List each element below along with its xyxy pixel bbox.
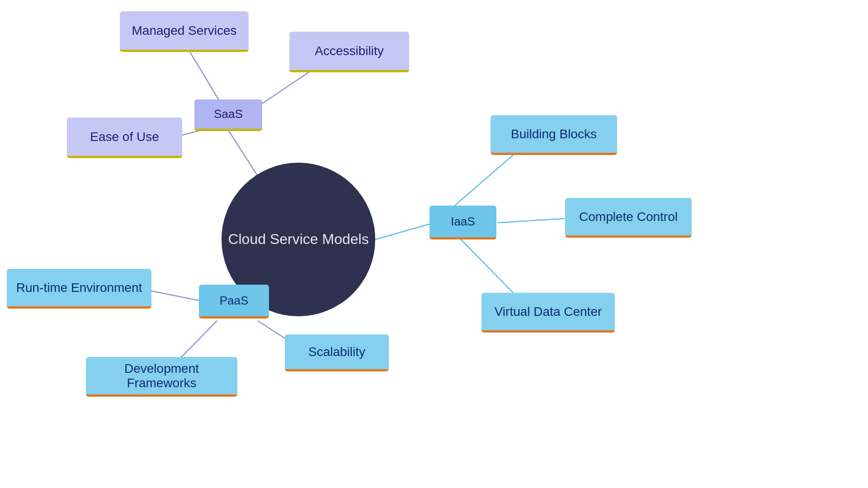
svg-line-5 <box>149 291 206 302</box>
managed-services-node: Managed Services <box>120 11 249 52</box>
connection-lines <box>0 0 868 488</box>
iaas-node: IaaS <box>429 206 496 239</box>
saas-node: SaaS <box>194 99 262 131</box>
accessibility-node: Accessibility <box>289 32 409 72</box>
svg-line-9 <box>452 149 520 208</box>
svg-line-8 <box>375 223 434 239</box>
svg-line-11 <box>457 235 515 295</box>
ease-of-use-node: Ease of Use <box>67 117 182 158</box>
dev-frameworks-node: Development Frameworks <box>86 357 237 397</box>
scalability-node: Scalability <box>285 334 389 371</box>
complete-control-node: Complete Control <box>565 198 692 238</box>
runtime-node: Run-time Environment <box>7 269 151 309</box>
diagram-container: Cloud Service Models SaaS Managed Servic… <box>0 0 868 488</box>
virtual-data-center-node: Virtual Data Center <box>481 293 615 333</box>
building-blocks-node: Building Blocks <box>491 115 617 155</box>
svg-line-10 <box>497 218 570 223</box>
paas-node: PaaS <box>199 285 269 319</box>
